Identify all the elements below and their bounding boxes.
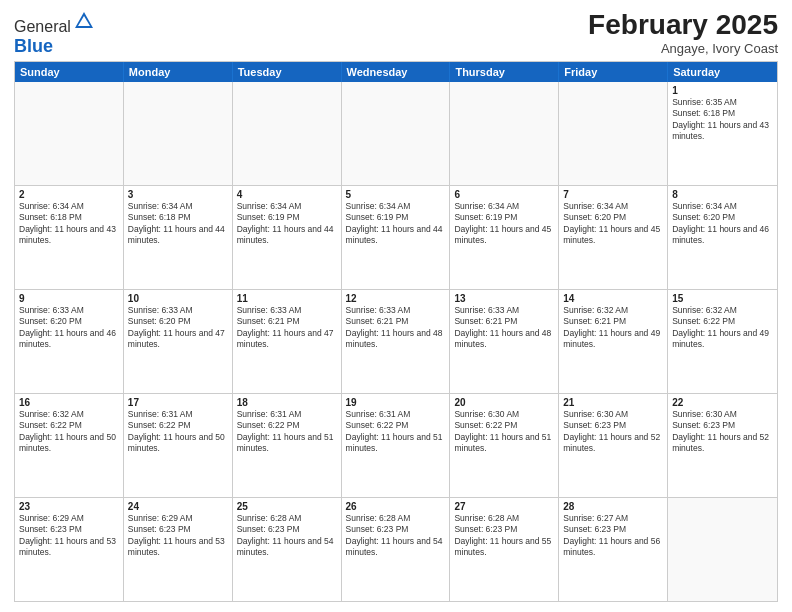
calendar-cell: 13Sunrise: 6:33 AMSunset: 6:21 PMDayligh… [450,290,559,393]
cell-info: Sunrise: 6:32 AMSunset: 6:22 PMDaylight:… [19,409,119,455]
cell-info: Sunrise: 6:34 AMSunset: 6:20 PMDaylight:… [563,201,663,247]
calendar: SundayMondayTuesdayWednesdayThursdayFrid… [14,61,778,602]
cell-info: Sunrise: 6:34 AMSunset: 6:19 PMDaylight:… [237,201,337,247]
cell-info: Sunrise: 6:28 AMSunset: 6:23 PMDaylight:… [454,513,554,559]
calendar-row-2: 9Sunrise: 6:33 AMSunset: 6:20 PMDaylight… [15,290,777,394]
header: General Blue February 2025 Angaye, Ivory… [14,10,778,57]
cell-info: Sunrise: 6:30 AMSunset: 6:23 PMDaylight:… [563,409,663,455]
cell-info: Sunrise: 6:34 AMSunset: 6:19 PMDaylight:… [346,201,446,247]
cell-info: Sunrise: 6:29 AMSunset: 6:23 PMDaylight:… [19,513,119,559]
logo-blue-text: Blue [14,36,53,56]
day-number: 1 [672,85,773,96]
day-number: 18 [237,397,337,408]
day-number: 16 [19,397,119,408]
calendar-cell: 26Sunrise: 6:28 AMSunset: 6:23 PMDayligh… [342,498,451,601]
calendar-body: 1Sunrise: 6:35 AMSunset: 6:18 PMDaylight… [15,82,777,601]
calendar-cell: 1Sunrise: 6:35 AMSunset: 6:18 PMDaylight… [668,82,777,185]
day-number: 7 [563,189,663,200]
title-block: February 2025 Angaye, Ivory Coast [588,10,778,56]
cell-info: Sunrise: 6:28 AMSunset: 6:23 PMDaylight:… [237,513,337,559]
day-number: 23 [19,501,119,512]
day-number: 6 [454,189,554,200]
calendar-cell: 12Sunrise: 6:33 AMSunset: 6:21 PMDayligh… [342,290,451,393]
day-number: 8 [672,189,773,200]
calendar-cell: 4Sunrise: 6:34 AMSunset: 6:19 PMDaylight… [233,186,342,289]
day-number: 14 [563,293,663,304]
calendar-cell: 3Sunrise: 6:34 AMSunset: 6:18 PMDaylight… [124,186,233,289]
calendar-cell: 15Sunrise: 6:32 AMSunset: 6:22 PMDayligh… [668,290,777,393]
calendar-cell: 19Sunrise: 6:31 AMSunset: 6:22 PMDayligh… [342,394,451,497]
calendar-cell: 22Sunrise: 6:30 AMSunset: 6:23 PMDayligh… [668,394,777,497]
cell-info: Sunrise: 6:34 AMSunset: 6:19 PMDaylight:… [454,201,554,247]
day-number: 19 [346,397,446,408]
logo-icon [73,10,95,32]
day-number: 26 [346,501,446,512]
calendar-cell: 9Sunrise: 6:33 AMSunset: 6:20 PMDaylight… [15,290,124,393]
cell-info: Sunrise: 6:34 AMSunset: 6:20 PMDaylight:… [672,201,773,247]
cell-info: Sunrise: 6:31 AMSunset: 6:22 PMDaylight:… [346,409,446,455]
cell-info: Sunrise: 6:33 AMSunset: 6:20 PMDaylight:… [19,305,119,351]
cell-info: Sunrise: 6:29 AMSunset: 6:23 PMDaylight:… [128,513,228,559]
calendar-row-1: 2Sunrise: 6:34 AMSunset: 6:18 PMDaylight… [15,186,777,290]
cell-info: Sunrise: 6:33 AMSunset: 6:21 PMDaylight:… [454,305,554,351]
calendar-cell [342,82,451,185]
header-day-thursday: Thursday [450,62,559,82]
calendar-row-4: 23Sunrise: 6:29 AMSunset: 6:23 PMDayligh… [15,498,777,601]
day-number: 9 [19,293,119,304]
cell-info: Sunrise: 6:32 AMSunset: 6:21 PMDaylight:… [563,305,663,351]
cell-info: Sunrise: 6:31 AMSunset: 6:22 PMDaylight:… [128,409,228,455]
calendar-cell: 28Sunrise: 6:27 AMSunset: 6:23 PMDayligh… [559,498,668,601]
day-number: 15 [672,293,773,304]
header-day-wednesday: Wednesday [342,62,451,82]
calendar-cell: 27Sunrise: 6:28 AMSunset: 6:23 PMDayligh… [450,498,559,601]
cell-info: Sunrise: 6:35 AMSunset: 6:18 PMDaylight:… [672,97,773,143]
day-number: 24 [128,501,228,512]
calendar-cell [668,498,777,601]
header-day-monday: Monday [124,62,233,82]
calendar-cell: 14Sunrise: 6:32 AMSunset: 6:21 PMDayligh… [559,290,668,393]
day-number: 10 [128,293,228,304]
day-number: 5 [346,189,446,200]
calendar-cell [124,82,233,185]
logo-general-text: General [14,18,71,35]
calendar-cell: 17Sunrise: 6:31 AMSunset: 6:22 PMDayligh… [124,394,233,497]
day-number: 20 [454,397,554,408]
calendar-cell: 24Sunrise: 6:29 AMSunset: 6:23 PMDayligh… [124,498,233,601]
calendar-row-0: 1Sunrise: 6:35 AMSunset: 6:18 PMDaylight… [15,82,777,186]
calendar-cell: 23Sunrise: 6:29 AMSunset: 6:23 PMDayligh… [15,498,124,601]
cell-info: Sunrise: 6:28 AMSunset: 6:23 PMDaylight:… [346,513,446,559]
calendar-cell: 21Sunrise: 6:30 AMSunset: 6:23 PMDayligh… [559,394,668,497]
header-day-sunday: Sunday [15,62,124,82]
calendar-cell: 2Sunrise: 6:34 AMSunset: 6:18 PMDaylight… [15,186,124,289]
calendar-cell [15,82,124,185]
cell-info: Sunrise: 6:33 AMSunset: 6:21 PMDaylight:… [237,305,337,351]
cell-info: Sunrise: 6:33 AMSunset: 6:21 PMDaylight:… [346,305,446,351]
month-year: February 2025 [588,10,778,41]
cell-info: Sunrise: 6:30 AMSunset: 6:22 PMDaylight:… [454,409,554,455]
day-number: 22 [672,397,773,408]
day-number: 27 [454,501,554,512]
calendar-page: General Blue February 2025 Angaye, Ivory… [0,0,792,612]
day-number: 2 [19,189,119,200]
cell-info: Sunrise: 6:27 AMSunset: 6:23 PMDaylight:… [563,513,663,559]
day-number: 11 [237,293,337,304]
day-number: 13 [454,293,554,304]
logo: General Blue [14,10,95,57]
calendar-cell: 5Sunrise: 6:34 AMSunset: 6:19 PMDaylight… [342,186,451,289]
day-number: 21 [563,397,663,408]
calendar-cell [559,82,668,185]
calendar-cell: 25Sunrise: 6:28 AMSunset: 6:23 PMDayligh… [233,498,342,601]
cell-info: Sunrise: 6:31 AMSunset: 6:22 PMDaylight:… [237,409,337,455]
day-number: 28 [563,501,663,512]
cell-info: Sunrise: 6:30 AMSunset: 6:23 PMDaylight:… [672,409,773,455]
day-number: 12 [346,293,446,304]
header-day-friday: Friday [559,62,668,82]
header-day-tuesday: Tuesday [233,62,342,82]
calendar-cell: 20Sunrise: 6:30 AMSunset: 6:22 PMDayligh… [450,394,559,497]
calendar-cell: 18Sunrise: 6:31 AMSunset: 6:22 PMDayligh… [233,394,342,497]
location: Angaye, Ivory Coast [588,41,778,56]
calendar-header: SundayMondayTuesdayWednesdayThursdayFrid… [15,62,777,82]
day-number: 3 [128,189,228,200]
cell-info: Sunrise: 6:34 AMSunset: 6:18 PMDaylight:… [19,201,119,247]
day-number: 4 [237,189,337,200]
